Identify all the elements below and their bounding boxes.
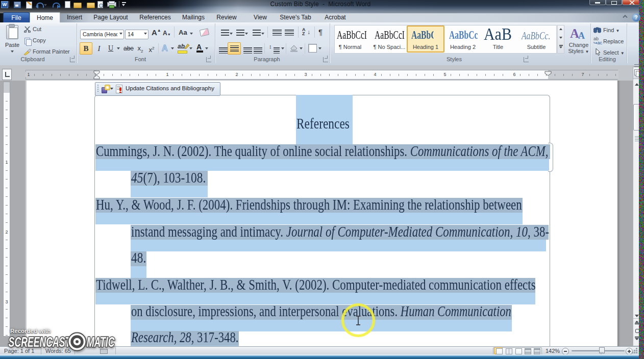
svg-text:MATIC: MATIC: [87, 334, 115, 350]
svg-text:SCREENCAST: SCREENCAST: [9, 334, 71, 350]
